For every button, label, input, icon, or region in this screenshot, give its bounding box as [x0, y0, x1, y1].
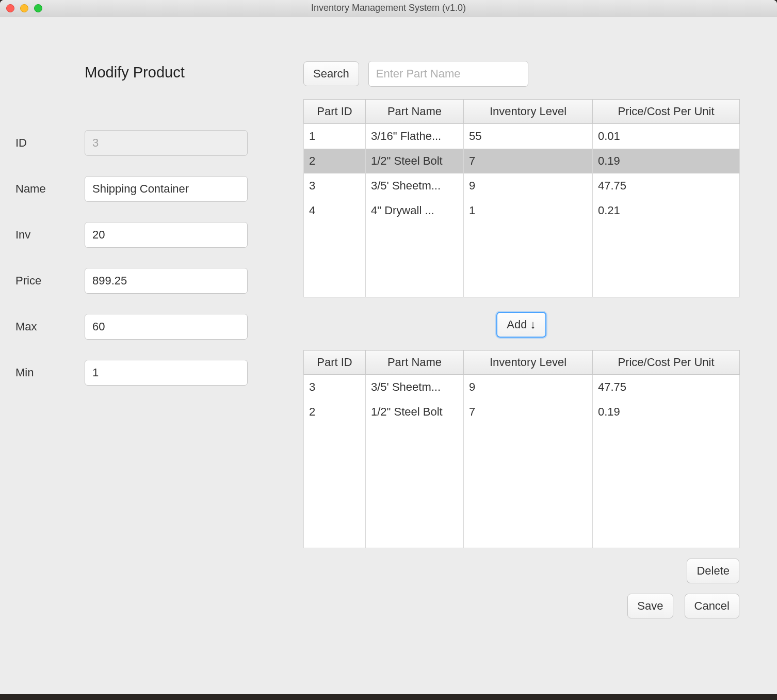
cell-id: 2: [304, 149, 366, 173]
cell-id: 3: [304, 173, 366, 198]
cell-id: 2: [304, 400, 366, 424]
table-row[interactable]: [304, 424, 740, 449]
cell-name: 1/2" Steel Bolt: [366, 400, 464, 424]
col-price-per-unit[interactable]: Price/Cost Per Unit: [593, 351, 740, 375]
delete-button[interactable]: Delete: [687, 559, 739, 583]
cell-id: 1: [304, 124, 366, 149]
add-button[interactable]: Add ↓: [496, 312, 546, 338]
close-icon[interactable]: [6, 4, 14, 12]
inv-field[interactable]: [85, 222, 248, 248]
price-field[interactable]: [85, 268, 248, 294]
table-row[interactable]: [304, 223, 740, 248]
cell-price: 0.01: [593, 124, 740, 149]
table-row[interactable]: [304, 523, 740, 548]
cancel-button[interactable]: Cancel: [685, 594, 739, 618]
cell-name: 4" Drywall ...: [366, 198, 464, 223]
price-label: Price: [15, 274, 85, 288]
cell-name: 3/5' Sheetm...: [366, 375, 464, 400]
table-row[interactable]: 33/5' Sheetm...947.75: [304, 173, 740, 198]
app-window: Inventory Management System (v1.0) Modif…: [0, 0, 777, 694]
cell-id: 4: [304, 198, 366, 223]
associated-parts-table[interactable]: Part ID Part Name Inventory Level Price/…: [303, 350, 740, 548]
col-inventory-level[interactable]: Inventory Level: [464, 351, 593, 375]
search-input[interactable]: [368, 61, 528, 87]
cell-name: 3/5' Sheetm...: [366, 173, 464, 198]
inv-label: Inv: [15, 228, 85, 242]
table-row[interactable]: [304, 248, 740, 273]
table-row[interactable]: [304, 474, 740, 499]
cell-inv: 1: [464, 198, 593, 223]
cell-inv: 9: [464, 173, 593, 198]
col-inventory-level[interactable]: Inventory Level: [464, 100, 593, 124]
minimize-icon[interactable]: [20, 4, 28, 12]
traffic-lights: [6, 4, 42, 12]
titlebar: Inventory Management System (v1.0): [0, 0, 777, 17]
id-field: [85, 130, 248, 156]
table-row[interactable]: [304, 449, 740, 474]
name-field[interactable]: [85, 176, 248, 202]
table-row[interactable]: 33/5' Sheetm...947.75: [304, 375, 740, 400]
col-part-id[interactable]: Part ID: [304, 351, 366, 375]
zoom-icon[interactable]: [34, 4, 42, 12]
cell-inv: 55: [464, 124, 593, 149]
cell-inv: 9: [464, 375, 593, 400]
cell-price: 0.19: [593, 400, 740, 424]
cell-name: 1/2" Steel Bolt: [366, 149, 464, 173]
min-field[interactable]: [85, 360, 248, 386]
table-row[interactable]: 21/2" Steel Bolt70.19: [304, 149, 740, 173]
cell-name: 3/16" Flathe...: [366, 124, 464, 149]
search-button[interactable]: Search: [303, 61, 359, 86]
window-title: Inventory Management System (v1.0): [0, 3, 777, 13]
cell-id: 3: [304, 375, 366, 400]
product-form: ID Name Inv Price Max: [15, 130, 254, 406]
parts-table[interactable]: Part ID Part Name Inventory Level Price/…: [303, 99, 740, 297]
min-label: Min: [15, 366, 85, 379]
cell-price: 47.75: [593, 173, 740, 198]
page-title: Modify Product: [15, 64, 254, 81]
id-label: ID: [15, 136, 85, 150]
name-label: Name: [15, 182, 85, 196]
col-price-per-unit[interactable]: Price/Cost Per Unit: [593, 100, 740, 124]
max-field[interactable]: [85, 314, 248, 340]
col-part-name[interactable]: Part Name: [366, 351, 464, 375]
cell-inv: 7: [464, 149, 593, 173]
table-row[interactable]: 13/16" Flathe...550.01: [304, 124, 740, 149]
table-row[interactable]: [304, 499, 740, 523]
cell-price: 0.21: [593, 198, 740, 223]
col-part-id[interactable]: Part ID: [304, 100, 366, 124]
table-row[interactable]: [304, 273, 740, 297]
max-label: Max: [15, 320, 85, 333]
save-button[interactable]: Save: [627, 594, 673, 618]
table-row[interactable]: 21/2" Steel Bolt70.19: [304, 400, 740, 424]
col-part-name[interactable]: Part Name: [366, 100, 464, 124]
table-row[interactable]: 44" Drywall ...10.21: [304, 198, 740, 223]
cell-inv: 7: [464, 400, 593, 424]
cell-price: 0.19: [593, 149, 740, 173]
cell-price: 47.75: [593, 375, 740, 400]
